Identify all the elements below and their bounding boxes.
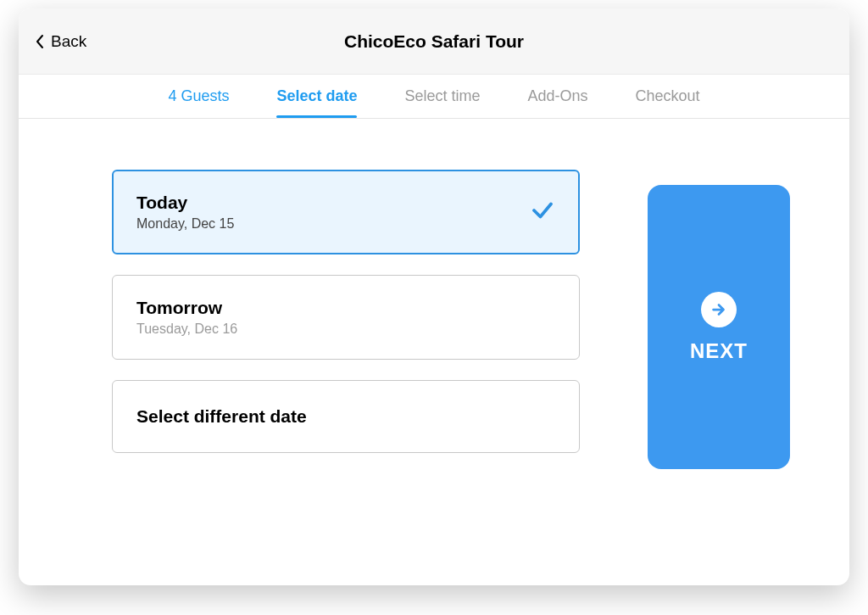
date-option-text: Tomorrow Tuesday, Dec 16: [136, 298, 237, 337]
step-checkout[interactable]: Checkout: [636, 75, 700, 117]
chevron-left-icon: [36, 34, 44, 49]
title-bar: Back ChicoEco Safari Tour: [19, 8, 849, 75]
date-option-subtitle: Tuesday, Dec 16: [136, 321, 237, 337]
date-option-today[interactable]: Today Monday, Dec 15: [112, 170, 580, 254]
date-option-subtitle: Monday, Dec 15: [136, 216, 234, 232]
step-select-date[interactable]: Select date: [276, 75, 357, 117]
content-area: Today Monday, Dec 15 Tomorrow Tuesday, D…: [19, 119, 849, 585]
next-label: NEXT: [690, 339, 748, 363]
step-select-time[interactable]: Select time: [404, 75, 480, 117]
date-option-tomorrow[interactable]: Tomorrow Tuesday, Dec 16: [112, 275, 580, 360]
step-add-ons[interactable]: Add-Ons: [528, 75, 588, 117]
booking-window: Back ChicoEco Safari Tour 4 Guests Selec…: [19, 8, 849, 585]
date-option-title: Today: [136, 193, 234, 213]
page-title: ChicoEco Safari Tour: [344, 31, 524, 52]
date-options: Today Monday, Dec 15 Tomorrow Tuesday, D…: [112, 170, 580, 551]
date-option-title: Tomorrow: [136, 298, 237, 318]
check-icon: [530, 198, 555, 226]
date-option-other[interactable]: Select different date: [112, 380, 580, 453]
date-option-title: Select different date: [136, 406, 307, 427]
progress-steps: 4 Guests Select date Select time Add-Ons…: [19, 75, 849, 119]
back-button[interactable]: Back: [36, 32, 86, 51]
arrow-right-icon: [701, 292, 737, 327]
date-option-text: Today Monday, Dec 15: [136, 193, 234, 232]
back-label: Back: [51, 32, 86, 51]
next-button[interactable]: NEXT: [648, 185, 790, 469]
step-guests[interactable]: 4 Guests: [168, 75, 229, 117]
